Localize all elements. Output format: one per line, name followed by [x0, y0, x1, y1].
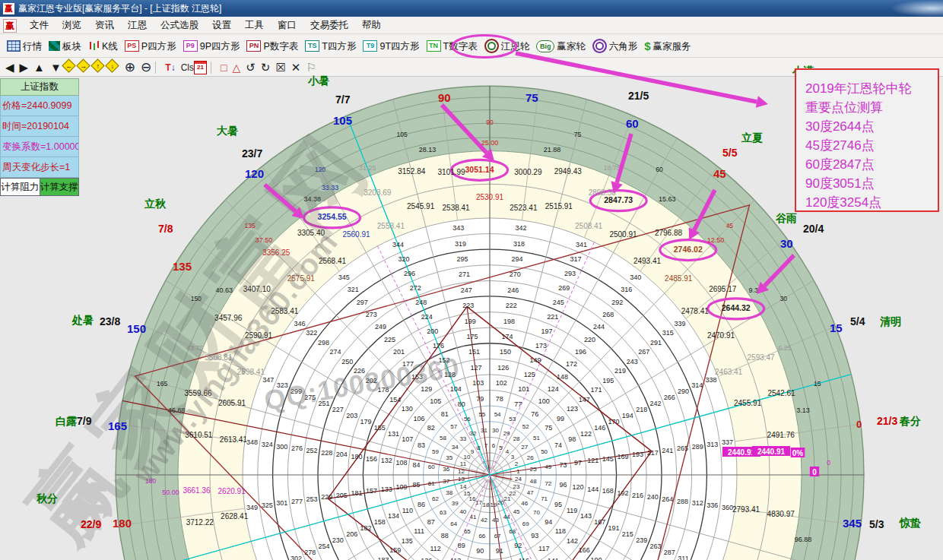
- toolbar-label: 江恩轮: [501, 41, 530, 52]
- spiral-number: 199: [465, 318, 476, 325]
- window-controls-area[interactable]: [890, 0, 943, 17]
- spiral-number: 241: [662, 447, 673, 454]
- spiral-number: 225: [384, 336, 395, 343]
- grid-spoke: [494, 280, 814, 473]
- boxed-x-icon[interactable]: ☒: [275, 59, 285, 77]
- menu-帮助[interactable]: 帮助: [355, 17, 388, 33]
- calendar-icon[interactable]: 21: [194, 61, 207, 74]
- zoom-in-icon[interactable]: ⊕: [125, 59, 135, 77]
- spiral-number: 172: [566, 360, 577, 368]
- toolbar-item-赢家服务[interactable]: $赢家服务: [644, 34, 691, 58]
- prev-arrow-icon[interactable]: ◀: [5, 59, 14, 77]
- menu-交易委托[interactable]: 交易委托: [303, 17, 355, 33]
- spiral-number: 340: [630, 274, 641, 281]
- spiral-number: 71: [541, 495, 548, 502]
- toolbar-item-9P四方形[interactable]: P99P四方形: [183, 34, 240, 58]
- spiral-number: 88: [441, 532, 449, 539]
- spiral-number: 347: [262, 376, 274, 384]
- grid-spoke: [166, 280, 486, 473]
- spiral-number: 41: [469, 514, 476, 520]
- toolbar-item-P数字表[interactable]: PNP数字表: [246, 34, 298, 58]
- t-down-icon[interactable]: T↓: [165, 59, 175, 77]
- toolbar-item-T四方形[interactable]: TST四方形: [305, 34, 356, 58]
- spiral-number: 316: [621, 286, 632, 293]
- flag-icon[interactable]: ⚐: [306, 59, 316, 77]
- up-arrow-icon[interactable]: ▲: [33, 59, 45, 77]
- toolbar-item-行情[interactable]: 行情: [7, 34, 42, 58]
- menu-工具[interactable]: 工具: [238, 17, 271, 33]
- ring-value: 2560.91: [342, 230, 370, 239]
- spiral-number: 193: [632, 451, 643, 458]
- cross-arrows-icon[interactable]: ✕: [291, 59, 301, 77]
- diamond-left-icon[interactable]: ←: [62, 59, 75, 72]
- zoom-out-icon[interactable]: ⊖: [141, 59, 151, 77]
- ring-value: 3610.51: [185, 431, 213, 439]
- spiral-number: 112: [430, 545, 441, 552]
- overlay-shape: [135, 205, 749, 560]
- rotate-ccw-icon[interactable]: ↺: [246, 59, 256, 77]
- toolbar-item-K线[interactable]: K线: [88, 34, 118, 58]
- menu-文件[interactable]: 文件: [23, 17, 56, 33]
- callout-arrow: [442, 105, 487, 153]
- toolbar-item-板块[interactable]: 板块: [49, 34, 81, 58]
- next-arrow-icon[interactable]: ▶: [20, 59, 29, 77]
- menu-浏览[interactable]: 浏览: [56, 17, 88, 33]
- blocks-icon: [49, 41, 60, 51]
- button-计算阻力[interactable]: 计算阻力: [0, 178, 40, 196]
- diamond-up-icon[interactable]: ↑: [90, 59, 104, 72]
- spiral-number: 39: [452, 500, 459, 507]
- menu-江恩[interactable]: 江恩: [121, 17, 154, 33]
- grid-circle: [138, 110, 841, 560]
- menu-窗口[interactable]: 窗口: [271, 17, 303, 33]
- diamond-down-icon[interactable]: ↓: [105, 59, 119, 72]
- spiral-number: 217: [647, 449, 659, 457]
- spiral-number: 141: [548, 557, 559, 560]
- spiral-number: 129: [421, 385, 432, 393]
- spiral-number: 156: [366, 455, 377, 463]
- spiral-number: 319: [455, 240, 466, 248]
- ring-value: 40.63: [216, 286, 233, 294]
- spiral-number: 53: [509, 416, 516, 422]
- spiral-number: 251: [319, 400, 330, 407]
- spiral-number: 248: [415, 299, 427, 306]
- toolbar-item-江恩轮[interactable]: 江恩轮: [484, 34, 530, 58]
- spiral-number: 70: [533, 509, 540, 516]
- triangle-tool-icon[interactable]: △: [232, 59, 240, 77]
- callout-arrow-head: [291, 207, 304, 219]
- spiral-number: 63: [440, 509, 446, 516]
- wheel-outer-label: 22/9: [81, 518, 101, 530]
- grid-minor-spoke: [262, 166, 339, 271]
- grid-circle: [438, 422, 541, 529]
- menu-公式选股[interactable]: 公式选股: [154, 17, 205, 33]
- highlight-box: [810, 467, 819, 476]
- toolbar-item-六角形[interactable]: 六角形: [592, 34, 638, 58]
- big-wheel-icon: Big: [536, 40, 554, 52]
- spiral-number: 149: [529, 356, 541, 364]
- down-arrow-icon[interactable]: ▼: [50, 59, 62, 77]
- toolbar-item-赢家轮[interactable]: Big赢家轮: [536, 34, 586, 58]
- spiral-number: 325: [262, 501, 273, 509]
- toolbar-item-9T四方形[interactable]: T99T四方形: [363, 34, 419, 58]
- spiral-number: 35: [446, 454, 452, 461]
- spiral-number: 8: [477, 445, 481, 451]
- diamond-right-icon[interactable]: →: [76, 59, 90, 72]
- menu-设置[interactable]: 设置: [205, 17, 238, 33]
- ring-value: 3407.10: [243, 285, 271, 293]
- button-计算支撑[interactable]: 计算支撑: [40, 178, 80, 196]
- rect-tool-icon[interactable]: □: [221, 59, 227, 77]
- spiral-number: 191: [608, 524, 620, 532]
- menu-资讯[interactable]: 资讯: [88, 17, 121, 33]
- ring-value: 18.75: [603, 164, 621, 172]
- grid-circle: [378, 359, 602, 560]
- cls-button[interactable]: Cls: [181, 59, 194, 77]
- rotate-cw-icon[interactable]: ↻: [261, 59, 271, 77]
- dollar-icon: $: [644, 35, 650, 58]
- wheel-outer-label: 7/9: [77, 415, 92, 427]
- spiral-number: 26: [527, 454, 534, 461]
- grid-spoke: [393, 479, 489, 560]
- grid-spoke: [491, 479, 587, 560]
- ring-value: 46.88: [168, 407, 186, 414]
- toolbar-item-T数字表[interactable]: TNT数字表: [427, 34, 478, 58]
- toolbar-item-P四方形[interactable]: PSP四方形: [125, 34, 176, 58]
- overlay-dashed-line: [377, 246, 602, 560]
